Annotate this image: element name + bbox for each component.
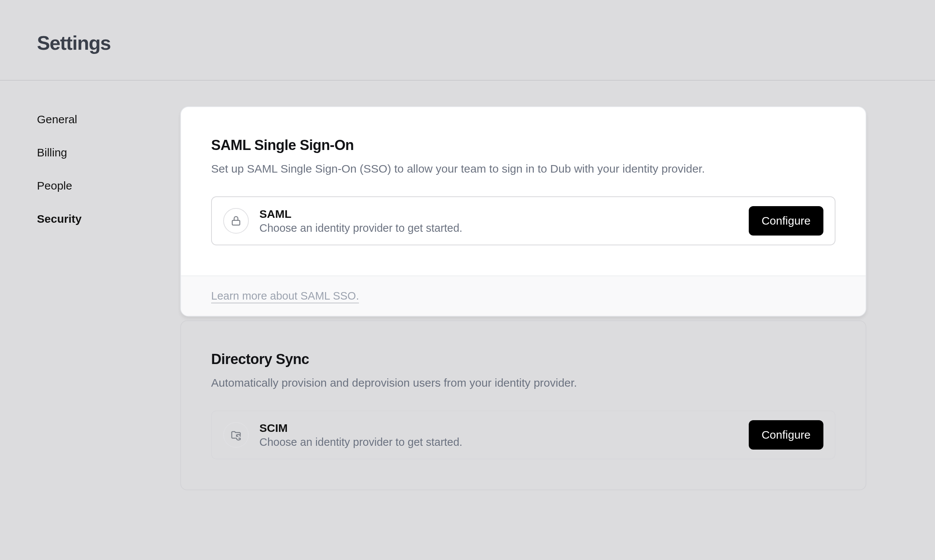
saml-card-footer: Learn more about SAML SSO.	[181, 275, 866, 316]
directory-sync-card: Directory Sync Automatically provision a…	[180, 320, 866, 490]
scim-config-row: SCIM Choose an identity provider to get …	[211, 411, 835, 459]
saml-card-description: Set up SAML Single Sign-On (SSO) to allo…	[211, 162, 835, 175]
svg-rect-0	[232, 220, 240, 225]
saml-row-title: SAML	[259, 208, 738, 220]
saml-configure-button[interactable]: Configure	[749, 206, 823, 235]
scim-config-text: SCIM Choose an identity provider to get …	[259, 422, 738, 448]
settings-sidebar: General Billing People Security	[37, 106, 143, 494]
saml-card-title: SAML Single Sign-On	[211, 137, 835, 153]
scim-row-subtitle: Choose an identity provider to get start…	[259, 436, 738, 448]
saml-sso-card: SAML Single Sign-On Set up SAML Single S…	[180, 106, 866, 317]
saml-row-subtitle: Choose an identity provider to get start…	[259, 222, 738, 234]
lock-icon	[223, 208, 249, 234]
settings-content: General Billing People Security SAML Sin…	[0, 81, 935, 494]
page-title: Settings	[37, 32, 935, 54]
saml-config-text: SAML Choose an identity provider to get …	[259, 208, 738, 234]
scim-card-title: Directory Sync	[211, 351, 835, 368]
sidebar-item-general[interactable]: General	[37, 113, 77, 126]
settings-main: SAML Single Sign-On Set up SAML Single S…	[180, 106, 866, 494]
sidebar-item-security[interactable]: Security	[37, 212, 82, 225]
settings-header: Settings	[0, 0, 935, 81]
saml-config-row: SAML Choose an identity provider to get …	[211, 196, 835, 245]
scim-row-title: SCIM	[259, 422, 738, 434]
sidebar-item-billing[interactable]: Billing	[37, 146, 67, 158]
scim-card-description: Automatically provision and deprovision …	[211, 377, 835, 389]
sidebar-item-people[interactable]: People	[37, 179, 72, 192]
saml-learn-more-link[interactable]: Learn more about SAML SSO.	[211, 290, 359, 303]
scim-configure-button[interactable]: Configure	[749, 420, 823, 449]
folder-sync-icon	[223, 422, 249, 448]
